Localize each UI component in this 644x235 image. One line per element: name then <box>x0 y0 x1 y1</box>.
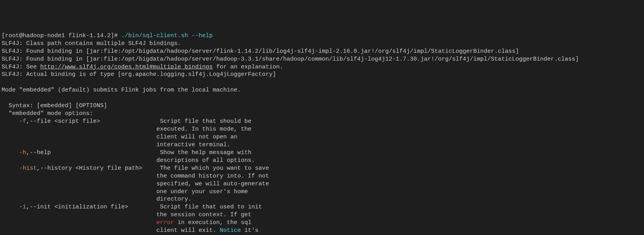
text <box>2 219 156 226</box>
option-desc: directory. <box>2 196 642 203</box>
slf4j-line: SLF4J: Found binding in [jar:file:/opt/b… <box>2 56 642 63</box>
option-desc: ,--file <script file> Script file that s… <box>26 118 251 125</box>
blank-line <box>2 79 642 86</box>
option-desc: ,--init <initialization file> Script fil… <box>26 204 262 210</box>
option-line: -hist,--history <History file path> The … <box>2 165 642 172</box>
option-desc: interactive terminal. <box>2 141 642 149</box>
option-line: -f,--file <script file> Script file that… <box>2 118 642 126</box>
options-header: "embedded" mode options: <box>2 110 642 118</box>
option-desc: error in execution, the sql <box>2 219 642 227</box>
option-flag: -f <box>2 118 26 125</box>
option-desc: executed. In this mode, the <box>2 126 642 133</box>
slf4j-text: SLF4J: See <box>2 64 40 70</box>
option-desc: the command history into. If not <box>2 172 642 180</box>
mode-desc: Mode "embedded" (default) submits Flink … <box>2 86 642 94</box>
text: it's <box>241 227 258 234</box>
option-flag: -h <box>2 149 26 156</box>
terminal-output[interactable]: [root@hadoop-node1 flink-1.14.2]# ./bin/… <box>2 32 642 235</box>
prompt-line: [root@hadoop-node1 flink-1.14.2]# ./bin/… <box>2 32 642 40</box>
option-line: -h,--help Show the help message with <box>2 149 642 157</box>
option-desc: client will not open an <box>2 133 642 141</box>
slf4j-line: SLF4J: Actual binding is of type [org.ap… <box>2 71 642 79</box>
option-desc: the session context. If get <box>2 211 642 219</box>
slf4j-text: for an explanation. <box>213 64 283 70</box>
slf4j-line: SLF4J: Class path contains multiple SLF4… <box>2 40 642 48</box>
slf4j-line: SLF4J: See http://www.slf4j.org/codes.ht… <box>2 63 642 71</box>
option-desc: one under your user's home <box>2 188 642 196</box>
blank-line <box>2 94 642 102</box>
text: in execution, the sql <box>174 219 251 226</box>
error-text: error <box>156 219 174 226</box>
option-desc: descriptions of all options. <box>2 157 642 165</box>
command-text: ./bin/sql-client.sh --help <box>121 32 213 39</box>
option-desc: client will exit. Notice it's <box>2 227 642 235</box>
option-desc: ,--help Show the help message with <box>26 149 251 156</box>
slf4j-link: http://www.slf4j.org/codes.html#multiple… <box>40 64 213 70</box>
option-desc: specified, we will auto-generate <box>2 180 642 188</box>
slf4j-line: SLF4J: Found binding in [jar:file:/opt/b… <box>2 48 642 56</box>
option-flag: -i <box>2 204 26 210</box>
option-desc: ,--history <History file path> The file … <box>37 165 269 172</box>
notice-text: Notice <box>220 227 241 234</box>
shell-prompt: [root@hadoop-node1 flink-1.14.2]# <box>2 32 121 39</box>
syntax-line: Syntax: [embedded] [OPTIONS] <box>2 102 642 110</box>
option-flag: -hist <box>2 165 37 172</box>
text: client will exit. <box>2 227 220 234</box>
option-line: -i,--init <initialization file> Script f… <box>2 203 642 211</box>
